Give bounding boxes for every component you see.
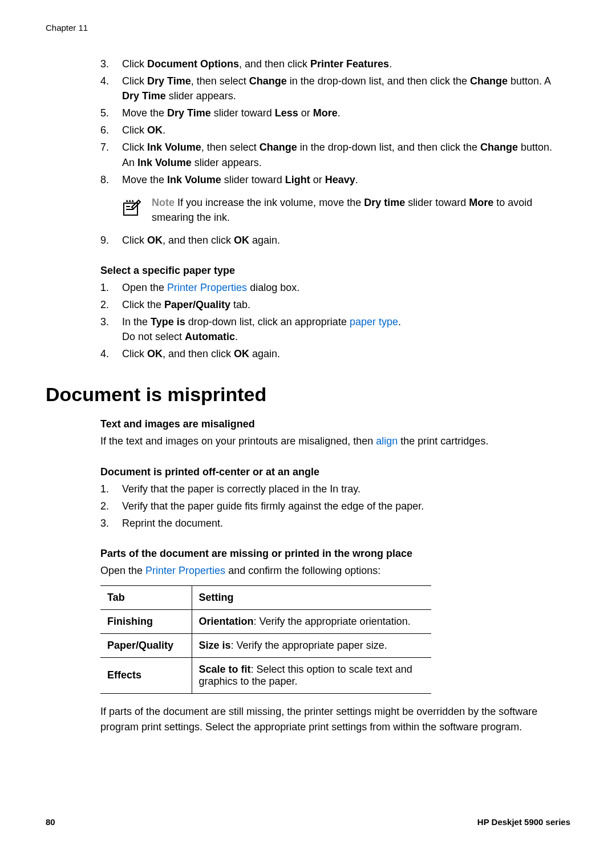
list-item: 3.Reprint the document.	[100, 516, 559, 531]
table-row: Paper/Quality Size is: Verify the approp…	[100, 633, 431, 657]
step-number: 4.	[100, 74, 122, 103]
step-text: Click Dry Time, then select Change in th…	[122, 74, 559, 103]
step-text: Open the Printer Properties dialog box.	[122, 280, 559, 295]
table-cell: Paper/Quality	[100, 633, 192, 657]
list-item: 5. Move the Dry Time slider toward Less …	[100, 106, 559, 120]
list-item: 3. Click Document Options, and then clic…	[100, 56, 559, 71]
list-item: 1. Open the Printer Properties dialog bo…	[100, 280, 559, 295]
steps-list-b: 1. Open the Printer Properties dialog bo…	[100, 280, 559, 361]
link-printer-properties[interactable]: Printer Properties	[145, 565, 225, 576]
page-content: 3. Click Document Options, and then clic…	[100, 56, 559, 362]
list-item: 4. Click OK, and then click OK again.	[100, 346, 559, 361]
step-number: 7.	[100, 140, 122, 169]
step-number: 9.	[100, 233, 122, 248]
step-number: 1.	[100, 280, 122, 295]
page-footer: 80 HP Deskjet 5900 series	[46, 817, 570, 827]
table-header: Tab	[100, 585, 192, 609]
list-item: 4. Click Dry Time, then select Change in…	[100, 74, 559, 103]
product-model: HP Deskjet 5900 series	[477, 817, 570, 827]
step-number: 4.	[100, 346, 122, 361]
step-number: 8.	[100, 172, 122, 187]
chapter-label: Chapter 11	[46, 23, 570, 33]
step-text: Click the Paper/Quality tab.	[122, 297, 559, 312]
table-header: Setting	[192, 585, 431, 609]
table-cell: Finishing	[100, 609, 192, 633]
note-icon	[122, 196, 143, 217]
subheading: Document is printed off-center or at an …	[100, 466, 559, 478]
table-cell: Effects	[100, 657, 192, 693]
note-label: Note	[152, 197, 175, 208]
step-text: Move the Ink Volume slider toward Light …	[122, 172, 559, 187]
step-text: Verify that the paper guide fits firmly …	[122, 499, 559, 514]
list-item: 7. Click Ink Volume, then select Change …	[100, 140, 559, 169]
note-block: Note If you increase the ink volume, mov…	[122, 195, 559, 225]
settings-table: Tab Setting Finishing Orientation: Verif…	[100, 585, 431, 694]
step-number: 2.	[100, 499, 122, 514]
list-item: 1.Verify that the paper is correctly pla…	[100, 482, 559, 496]
table-cell: Size is: Verify the appropriate paper si…	[192, 633, 431, 657]
steps-list-a-cont: 9. Click OK, and then click OK again.	[100, 233, 559, 248]
step-text: Click OK, and then click OK again.	[122, 346, 559, 361]
section-heading: Document is misprinted	[46, 383, 570, 406]
table-row: Finishing Orientation: Verify the approp…	[100, 609, 431, 633]
paragraph: If parts of the document are still missi…	[100, 704, 559, 735]
step-number: 2.	[100, 297, 122, 312]
step-text: Reprint the document.	[122, 516, 559, 531]
page-content-b: Text and images are misaligned If the te…	[100, 418, 559, 735]
step-text: Verify that the paper is correctly place…	[122, 482, 559, 496]
link-paper-type[interactable]: paper type	[350, 316, 398, 328]
table-row: Effects Scale to fit: Select this option…	[100, 657, 431, 693]
steps-list-a: 3. Click Document Options, and then clic…	[100, 56, 559, 187]
table-cell: Orientation: Verify the appropriate orie…	[192, 609, 431, 633]
paragraph: If the text and images on your printouts…	[100, 434, 559, 449]
subheading: Text and images are misaligned	[100, 418, 559, 430]
page-number: 80	[46, 817, 55, 827]
link-align[interactable]: align	[376, 435, 398, 447]
step-number: 1.	[100, 482, 122, 496]
table-cell: Scale to fit: Select this option to scal…	[192, 657, 431, 693]
subheading: Select a specific paper type	[100, 265, 559, 277]
step-number: 3.	[100, 516, 122, 531]
list-item: 6. Click OK.	[100, 123, 559, 138]
link-printer-properties[interactable]: Printer Properties	[167, 282, 247, 293]
steps-list-c: 1.Verify that the paper is correctly pla…	[100, 482, 559, 531]
list-item: 2.Verify that the paper guide fits firml…	[100, 499, 559, 514]
note-text: Note If you increase the ink volume, mov…	[152, 195, 559, 225]
step-text: Move the Dry Time slider toward Less or …	[122, 106, 559, 120]
paragraph: Open the Printer Properties and confirm …	[100, 563, 559, 579]
step-text: Click OK.	[122, 123, 559, 138]
list-item: 3. In the Type is drop-down list, click …	[100, 314, 559, 344]
step-number: 5.	[100, 106, 122, 120]
step-number: 6.	[100, 123, 122, 138]
list-item: 8. Move the Ink Volume slider toward Lig…	[100, 172, 559, 187]
step-text: Click Document Options, and then click P…	[122, 56, 559, 71]
step-number: 3.	[100, 314, 122, 344]
table-header-row: Tab Setting	[100, 585, 431, 609]
step-text: In the Type is drop-down list, click an …	[122, 314, 559, 344]
step-text: Click Ink Volume, then select Change in …	[122, 140, 559, 169]
list-item: 9. Click OK, and then click OK again.	[100, 233, 559, 248]
list-item: 2. Click the Paper/Quality tab.	[100, 297, 559, 312]
step-number: 3.	[100, 56, 122, 71]
step-text: Click OK, and then click OK again.	[122, 233, 559, 248]
subheading: Parts of the document are missing or pri…	[100, 548, 559, 560]
